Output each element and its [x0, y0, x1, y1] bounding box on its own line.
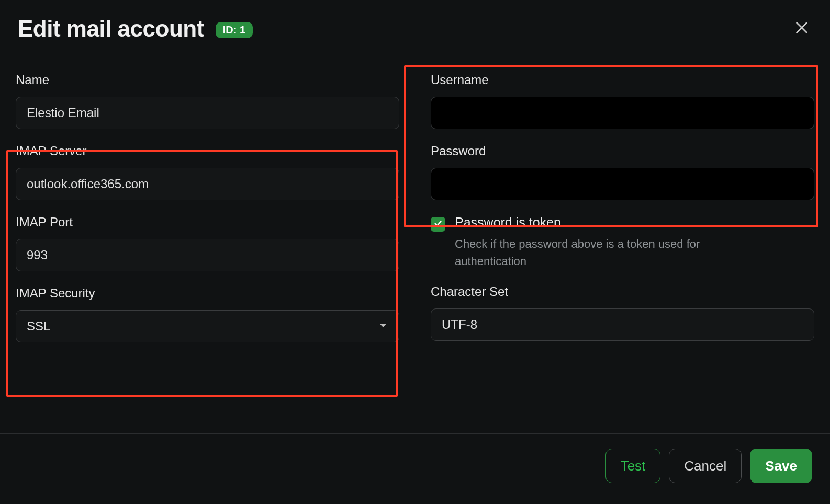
close-button[interactable] [791, 18, 812, 39]
imap-security-label: IMAP Security [16, 286, 399, 301]
password-input[interactable] [431, 168, 814, 200]
password-label: Password [431, 144, 814, 158]
check-icon [433, 219, 443, 230]
modal-body: Name IMAP Server IMAP Port IMAP Security [0, 58, 830, 433]
imap-server-input[interactable] [16, 168, 399, 200]
save-button[interactable]: Save [750, 449, 812, 483]
test-button[interactable]: Test [605, 449, 661, 483]
imap-port-input[interactable] [16, 239, 399, 271]
name-label: Name [16, 73, 399, 87]
password-is-token-text: Password is token Check if the password … [455, 215, 748, 270]
left-column: Name IMAP Server IMAP Port IMAP Security [12, 73, 403, 423]
imap-server-label: IMAP Server [16, 144, 399, 158]
modal-title: Edit mail account [18, 16, 204, 42]
name-input[interactable] [16, 97, 399, 129]
imap-port-label: IMAP Port [16, 215, 399, 230]
field-imap-port: IMAP Port [12, 215, 403, 271]
modal-header: Edit mail account ID: 1 [0, 0, 830, 58]
id-badge: ID: 1 [216, 22, 253, 38]
field-imap-security: IMAP Security [12, 286, 403, 342]
imap-security-select[interactable] [16, 310, 399, 342]
cancel-button[interactable]: Cancel [669, 449, 742, 483]
edit-mail-account-modal: Edit mail account ID: 1 Name IMAP Server… [0, 0, 830, 504]
field-charset: Character Set [427, 284, 818, 341]
password-is-token-checkbox[interactable] [431, 217, 445, 232]
password-is-token-desc: Check if the password above is a token u… [455, 235, 748, 270]
field-password: Password [427, 144, 818, 200]
field-name: Name [12, 73, 403, 129]
username-label: Username [431, 73, 814, 87]
password-is-token-label: Password is token [455, 215, 748, 230]
username-input[interactable] [431, 97, 814, 129]
field-username: Username [427, 73, 818, 129]
right-column: Username Password Password is token Chec… [427, 73, 818, 423]
modal-footer: Test Cancel Save [0, 433, 830, 504]
imap-security-select-wrap [16, 310, 399, 342]
field-imap-server: IMAP Server [12, 144, 403, 200]
close-icon [793, 19, 810, 38]
charset-label: Character Set [431, 284, 814, 299]
field-password-is-token: Password is token Check if the password … [427, 215, 818, 270]
charset-input[interactable] [431, 308, 814, 341]
